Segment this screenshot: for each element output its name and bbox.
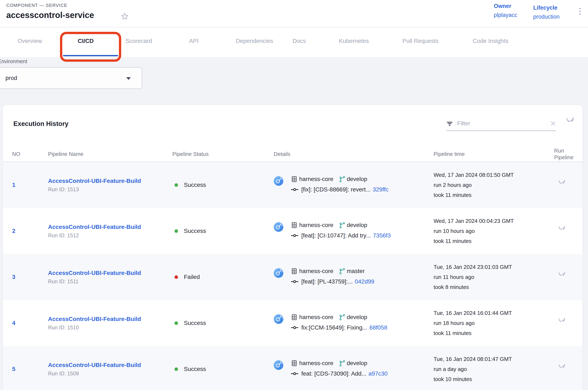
tab-code-insights[interactable]: Code Insights [473, 27, 509, 55]
filter-icon [446, 120, 453, 127]
branch-name: develop [347, 360, 367, 367]
repository-icon [291, 360, 298, 367]
branch-name: develop [347, 222, 367, 229]
status-label: Success [184, 320, 206, 326]
breadcrumb: COMPONENT — SERVICE [6, 3, 67, 8]
run-pipeline-icon[interactable] [559, 318, 569, 328]
table-body: 1 AccessControl-UBI-Feature-Build Run ID… [3, 162, 583, 390]
pipeline-time-date: Wed, 17 Jan 2024 00:04:23 GMT [433, 218, 514, 224]
repository-icon [291, 268, 298, 275]
tab-bar: OverviewCI/CDScorecardAPIDependenciesDoc… [0, 27, 588, 57]
table-row: 2 AccessControl-UBI-Feature-Build Run ID… [3, 208, 583, 254]
app-header: COMPONENT — SERVICE accesscontrol-servic… [0, 0, 588, 27]
chevron-down-icon [126, 77, 131, 80]
branch-name: master [347, 268, 365, 275]
status-label: Success [184, 228, 206, 234]
pipeline-name-link[interactable]: AccessControl-UBI-Feature-Build [48, 362, 141, 368]
repo-name: harness-core [299, 314, 333, 321]
tab-docs[interactable]: Docs [293, 27, 306, 55]
status-label: Failed [184, 274, 200, 280]
run-id: Run ID: 1510 [48, 325, 79, 331]
pipeline-time: Tue, 16 Jan 2024 23:01:03 GMT run 11 hou… [433, 254, 545, 300]
commit-hash-link[interactable]: 329ffc [373, 186, 389, 193]
pipeline-execution-icon[interactable] [274, 176, 283, 186]
commit-message: [feat]: [PL-43759]:... [301, 278, 353, 285]
pipeline-execution-icon[interactable] [274, 314, 283, 324]
owner-meta: Owner plplayacc [494, 3, 517, 18]
tab-api[interactable]: API [189, 27, 198, 55]
commit-message: [feat]: [CI-10747]: Add try... [301, 232, 371, 239]
commit-icon [291, 372, 298, 376]
pipeline-time-duration: took 10 minutes [433, 376, 472, 383]
pipeline-time-relative: run a day ago [433, 366, 467, 372]
commit-icon [291, 326, 298, 330]
status-dot [174, 229, 178, 233]
tab-ci-cd[interactable]: CI/CD [78, 27, 94, 55]
filter-input[interactable] [457, 120, 550, 127]
tab-kubernetes[interactable]: Kubernetes [339, 27, 369, 55]
git-branch-icon [339, 222, 345, 228]
execution-history-card: Execution History NO [3, 105, 583, 390]
pipeline-time: Tue, 16 Jan 2024 16:01:44 GMT run 18 hou… [433, 300, 545, 346]
pipeline-name-link[interactable]: AccessControl-UBI-Feature-Build [48, 270, 141, 276]
repo-name: harness-core [299, 268, 333, 275]
repo-name: harness-core [299, 222, 333, 229]
row-number-link[interactable]: 4 [12, 320, 15, 326]
run-id: Run ID: 1512 [48, 233, 79, 239]
run-id: Run ID: 1513 [48, 187, 79, 193]
environment-select[interactable]: prod [0, 67, 142, 89]
pipeline-time-duration: took 11 minutes [433, 330, 471, 337]
row-number-link[interactable]: 3 [12, 274, 15, 280]
environment-label: Environment [0, 58, 27, 64]
status-label: Success [184, 182, 206, 188]
repository-icon [291, 222, 298, 229]
clear-filter-icon[interactable] [550, 120, 556, 127]
owner-link[interactable]: plplayacc [494, 12, 517, 18]
pipeline-execution-icon[interactable] [274, 360, 283, 370]
row-number-link[interactable]: 2 [12, 228, 15, 234]
refresh-icon[interactable] [567, 118, 578, 129]
panel-title: Execution History [13, 120, 69, 128]
column-header-pipeline-name: Pipeline Name [48, 151, 172, 157]
lifecycle-value: production [533, 14, 560, 20]
tab-scorecard[interactable]: Scorecard [125, 27, 152, 55]
commit-message: fix:[CCM-15649]: Fixing... [301, 324, 367, 331]
commit-icon [291, 188, 298, 192]
pipeline-time-relative: run 10 hours ago [433, 228, 475, 234]
owner-label: Owner [494, 3, 517, 9]
pipeline-time-relative: run 18 hours ago [433, 320, 475, 326]
pipeline-time-relative: run 2 hours ago [433, 182, 471, 188]
commit-hash-link[interactable]: 68f058 [369, 324, 387, 331]
repo-name: harness-core [299, 360, 333, 367]
pipeline-name-link[interactable]: AccessControl-UBI-Feature-Build [48, 316, 141, 322]
repository-icon [291, 176, 298, 183]
repo-name: harness-core [299, 176, 333, 183]
run-pipeline-icon[interactable] [559, 272, 569, 282]
row-number-link[interactable]: 5 [12, 366, 15, 372]
table-row: 3 AccessControl-UBI-Feature-Build Run ID… [3, 254, 583, 300]
branch-name: develop [347, 176, 367, 183]
commit-icon [291, 280, 298, 284]
pipeline-execution-icon[interactable] [274, 222, 283, 232]
commit-hash-link[interactable]: 7356f3 [373, 232, 391, 239]
pipeline-name-link[interactable]: AccessControl-UBI-Feature-Build [48, 178, 141, 184]
pipeline-name-link[interactable]: AccessControl-UBI-Feature-Build [48, 224, 141, 230]
run-pipeline-icon[interactable] [559, 364, 569, 374]
tab-overview[interactable]: Overview [18, 27, 42, 55]
run-pipeline-icon[interactable] [559, 180, 569, 190]
favorite-star-icon[interactable] [120, 12, 129, 20]
column-header-no: NO [3, 151, 48, 157]
tab-dependencies[interactable]: Dependencies [236, 27, 273, 55]
row-number-link[interactable]: 1 [12, 182, 15, 188]
tab-pull-requests[interactable]: Pull Requests [402, 27, 439, 55]
commit-hash-link[interactable]: a97c30 [368, 370, 388, 377]
run-id: Run ID: 1511 [48, 279, 78, 285]
table-row: 1 AccessControl-UBI-Feature-Build Run ID… [3, 162, 583, 208]
filter-field[interactable] [446, 116, 556, 131]
pipeline-time-date: Tue, 16 Jan 2024 16:01:44 GMT [433, 310, 512, 316]
run-pipeline-icon[interactable] [559, 226, 569, 236]
more-options-kebab-icon[interactable] [578, 8, 582, 15]
commit-hash-link[interactable]: 042d99 [355, 278, 374, 285]
pipeline-time-duration: took 8 minutes [433, 284, 469, 291]
pipeline-execution-icon[interactable] [274, 268, 283, 278]
